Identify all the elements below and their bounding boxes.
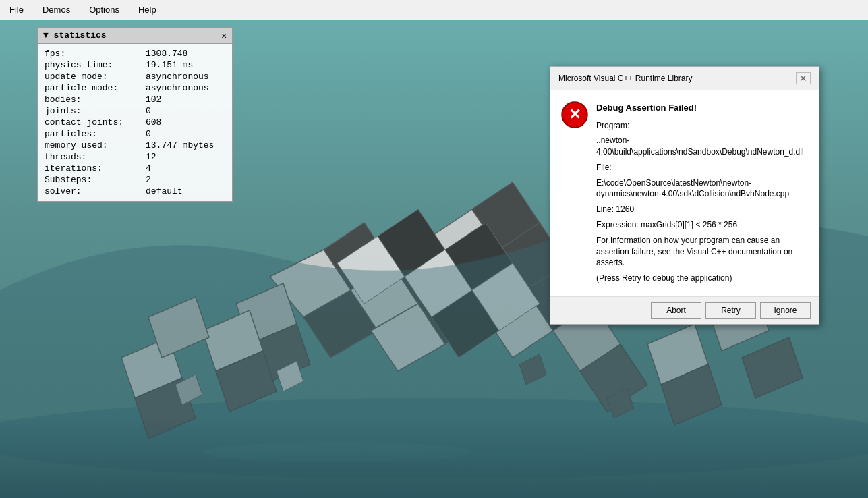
stats-row: joints:0: [45, 105, 225, 117]
stats-label: memory used:: [45, 140, 146, 150]
dialog-assertion: Debug Assertion Failed!: [596, 101, 808, 115]
statistics-close-btn[interactable]: ✕: [221, 30, 227, 40]
dialog-title: Microsoft Visual C++ Runtime Library: [558, 74, 693, 83]
stats-row: memory used:13.747 mbytes: [45, 140, 225, 151]
error-dialog: Microsoft Visual C++ Runtime Library ✕ ✕…: [550, 66, 819, 325]
menu-demos[interactable]: Demos: [38, 2, 74, 18]
abort-button[interactable]: Abort: [651, 302, 701, 319]
stats-label: Substeps:: [45, 175, 146, 185]
stats-row: bodies:102: [45, 94, 225, 105]
retry-button[interactable]: Retry: [705, 302, 756, 319]
stats-row: fps:1308.748: [45, 48, 225, 59]
stats-value: 2: [146, 175, 151, 185]
stats-label: update mode:: [45, 72, 146, 82]
stats-value: 13.747 mbytes: [146, 140, 214, 150]
dialog-file-label: File:: [596, 162, 808, 173]
dialog-line: Line: 1260: [596, 204, 808, 215]
stats-value: default: [146, 186, 183, 196]
ignore-button[interactable]: Ignore: [760, 302, 811, 319]
dialog-program-path: ..newton-4.00\build\applications\ndSandb…: [596, 135, 808, 158]
dialog-press-text: (Press Retry to debug the application): [596, 273, 808, 284]
stats-row: solver:default: [45, 186, 225, 197]
stats-row: iterations:4: [45, 163, 225, 174]
stats-value: 0: [146, 106, 151, 116]
dialog-content: Debug Assertion Failed! Program: ..newto…: [596, 101, 808, 288]
stats-label: particles:: [45, 129, 146, 139]
dialog-body: ✕ Debug Assertion Failed! Program: ..new…: [550, 90, 819, 296]
dialog-program-label: Program:: [596, 120, 808, 132]
stats-row: physics time:19.151 ms: [45, 59, 225, 71]
stats-value: 4: [146, 163, 151, 173]
stats-label: particle mode:: [45, 83, 146, 93]
stats-value: 0: [146, 129, 151, 139]
stats-label: bodies:: [45, 94, 146, 105]
stats-value: 19.151 ms: [146, 60, 193, 70]
stats-label: threads:: [45, 152, 146, 162]
dialog-titlebar: Microsoft Visual C++ Runtime Library ✕: [550, 67, 819, 90]
dialog-info-text: For information on how your program can …: [596, 235, 808, 269]
dialog-file-path: E:\code\OpenSource\latestNewton\newton-d…: [596, 177, 808, 200]
menubar: File Demos Options Help: [0, 0, 868, 20]
error-icon: ✕: [561, 101, 588, 128]
svg-text:✕: ✕: [569, 106, 581, 123]
dialog-close-btn[interactable]: ✕: [796, 72, 811, 84]
menu-file[interactable]: File: [5, 2, 28, 18]
ground-overlay: [0, 417, 868, 498]
statistics-title: ▼ statistics: [43, 30, 107, 40]
stats-row: particle mode:asynchronous: [45, 82, 225, 94]
stats-label: physics time:: [45, 60, 146, 70]
stats-row: contact joints:608: [45, 117, 225, 128]
stats-label: iterations:: [45, 163, 146, 173]
statistics-body: fps:1308.748physics time:19.151 msupdate…: [38, 44, 232, 201]
dialog-footer: Abort Retry Ignore: [550, 296, 819, 324]
menu-help[interactable]: Help: [134, 2, 161, 18]
stats-value: 12: [146, 152, 156, 162]
stats-label: solver:: [45, 186, 146, 196]
stats-value: 608: [146, 117, 161, 128]
stats-value: 1308.748: [146, 49, 187, 59]
stats-label: contact joints:: [45, 117, 146, 128]
stats-value: 102: [146, 94, 161, 105]
stats-value: asynchronous: [146, 83, 209, 93]
statistics-header: ▼ statistics ✕: [38, 28, 232, 44]
stats-row: threads:12: [45, 151, 225, 163]
stats-row: update mode:asynchronous: [45, 71, 225, 82]
stats-row: particles:0: [45, 128, 225, 140]
stats-label: fps:: [45, 49, 146, 59]
statistics-panel: ▼ statistics ✕ fps:1308.748physics time:…: [37, 27, 233, 202]
stats-value: asynchronous: [146, 72, 209, 82]
stats-label: joints:: [45, 106, 146, 116]
stats-row: Substeps:2: [45, 174, 225, 186]
menu-options[interactable]: Options: [85, 2, 123, 18]
dialog-expression: Expression: maxGrids[0][1] < 256 * 256: [596, 219, 808, 231]
